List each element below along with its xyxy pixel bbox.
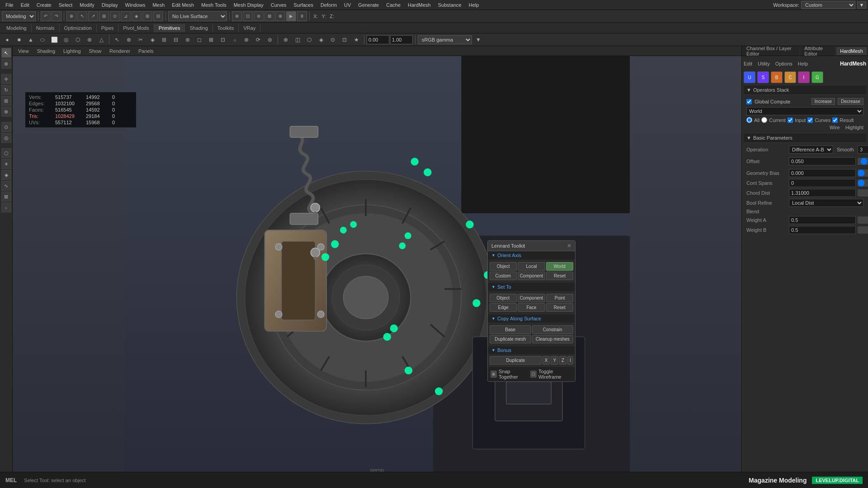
tool3[interactable]: ↗ — [88, 11, 98, 21]
icon-view7[interactable]: ★ — [351, 34, 362, 45]
shelf-tab-shading[interactable]: Shading — [185, 24, 212, 32]
tool5[interactable]: ⊙ — [110, 11, 120, 21]
render2[interactable]: ⏸ — [297, 11, 307, 21]
copy-base-btn[interactable]: Base — [490, 325, 531, 334]
orient-component-btn[interactable]: Component — [518, 272, 546, 280]
icon-tool14[interactable]: ⊜ — [264, 34, 275, 45]
menu-hardmesh[interactable]: HardMesh — [404, 1, 434, 9]
lennard-header[interactable]: Lennard Toolkit ✕ — [488, 241, 575, 251]
icon-sel[interactable]: ↖ — [112, 34, 123, 45]
icon-view5[interactable]: ⊙ — [327, 34, 338, 45]
current-radio[interactable] — [761, 117, 767, 123]
menu-mesh[interactable]: Mesh — [149, 1, 168, 9]
icon-view4[interactable]: ◈ — [316, 34, 326, 45]
icon-tool10[interactable]: ⊡ — [217, 34, 228, 45]
no-live-select[interactable]: No Live Surface — [168, 11, 227, 21]
icon-tool3[interactable]: ✂ — [135, 34, 146, 45]
copy-duplicate-btn[interactable]: Duplicate mesh — [490, 335, 531, 343]
set-to-section[interactable]: ▼ Set To — [488, 283, 575, 291]
weight-a-value[interactable]: 0.5 — [789, 216, 856, 224]
snap4[interactable]: ⊠ — [264, 11, 274, 21]
menu-windows[interactable]: Windows — [122, 1, 149, 9]
vp-tab-show[interactable]: Show — [85, 47, 105, 55]
lt-rotate[interactable]: ↻ — [1, 85, 11, 95]
bool-refine-select[interactable]: Local Dist — [789, 199, 863, 207]
menu-create[interactable]: Create — [33, 1, 55, 9]
icon-tool7[interactable]: ⊛ — [182, 34, 193, 45]
menu-deform[interactable]: Deform — [317, 1, 340, 9]
op-chamfer[interactable]: C — [784, 71, 796, 83]
undo-btn[interactable]: ↶ — [41, 11, 51, 21]
tool6[interactable]: ⊿ — [121, 11, 131, 21]
icon-view6[interactable]: ⊡ — [339, 34, 350, 45]
hm-edit[interactable]: Edit — [744, 61, 752, 66]
icon-tool5[interactable]: ⊞ — [159, 34, 170, 45]
bonus-x-btn[interactable]: X — [542, 356, 550, 365]
tool8[interactable]: ⊞ — [142, 11, 152, 21]
icon-tool8[interactable]: ◻ — [194, 34, 205, 45]
snap-together-item[interactable]: ⊕ Snap Together — [491, 369, 527, 380]
lt-light[interactable]: ☀ — [1, 159, 11, 169]
lt-joint[interactable]: ◈ — [1, 170, 11, 180]
lt-camera[interactable]: ⬡ — [1, 148, 11, 158]
orient-axis-section[interactable]: ▼ Orient Axis — [488, 251, 575, 259]
copy-constrain-btn[interactable]: Constrain — [532, 325, 574, 334]
set-reset-btn[interactable]: Reset — [546, 303, 573, 312]
menu-generate[interactable]: Generate — [354, 1, 382, 9]
geom-bias-slider[interactable] — [858, 169, 868, 177]
menu-substance[interactable]: Substance — [434, 1, 465, 9]
tool1[interactable]: ⊕ — [66, 11, 76, 21]
increase-btn[interactable]: Increase — [811, 98, 835, 105]
set-object-btn[interactable]: Object — [490, 294, 517, 302]
icon-view1[interactable]: ⊕ — [280, 34, 291, 45]
lt-soft[interactable]: ◎ — [1, 133, 11, 143]
set-point-btn[interactable]: Point — [546, 294, 573, 302]
shelf-tab-optimization[interactable]: Optimization — [60, 24, 97, 32]
shelf-tab-normals[interactable]: Normals — [32, 24, 60, 32]
icon-cylinder[interactable]: ⬭ — [37, 34, 48, 45]
weight-a-slider[interactable] — [858, 216, 868, 224]
icon-tool12[interactable]: ⊗ — [241, 34, 252, 45]
op-subtract[interactable]: S — [757, 71, 769, 83]
world-select[interactable]: World — [746, 107, 863, 115]
icon-tool11[interactable]: ⬦ — [229, 34, 240, 45]
lt-paint[interactable]: ⊕ — [1, 59, 11, 69]
geom-bias-value[interactable]: 0.000 — [789, 169, 856, 177]
icon-tool2[interactable]: ⊕ — [123, 34, 134, 45]
set-component-btn[interactable]: Component — [518, 294, 546, 302]
offset-input[interactable]: 0.00 — [367, 35, 389, 44]
tool4[interactable]: ⊞ — [99, 11, 109, 21]
shelf-tab-vray[interactable]: VRay — [239, 24, 260, 32]
mode-select[interactable]: Modeling — [2, 11, 36, 21]
menu-edit-mesh[interactable]: Edit Mesh — [168, 1, 198, 9]
menu-file[interactable]: File — [2, 1, 17, 9]
icon-tool13[interactable]: ⟳ — [253, 34, 264, 45]
curves-checkbox[interactable] — [807, 117, 813, 123]
shelf-tab-toolkits[interactable]: Toolkits — [213, 24, 239, 32]
icon-shape[interactable]: ⬡ — [72, 34, 83, 45]
lt-surface[interactable]: ⊠ — [1, 192, 11, 202]
render1[interactable]: ▶ — [286, 11, 296, 21]
lt-scale[interactable]: ⊞ — [1, 96, 11, 106]
menu-mesh-display[interactable]: Mesh Display — [230, 1, 267, 9]
op-intersect[interactable]: I — [798, 71, 810, 83]
menu-select[interactable]: Select — [55, 1, 76, 9]
lt-snap[interactable]: ⊙ — [1, 122, 11, 132]
op-boolean[interactable]: B — [771, 71, 783, 83]
gamma-select[interactable]: sRGB gamma — [418, 35, 472, 44]
op-union[interactable]: U — [744, 71, 755, 83]
copy-along-section[interactable]: ▼ Copy Along Surface — [488, 314, 575, 323]
vp-tab-shading[interactable]: Shading — [33, 47, 59, 55]
menu-help[interactable]: Help — [465, 1, 483, 9]
lt-select[interactable]: ↖ — [1, 48, 11, 58]
lt-move[interactable]: ✛ — [1, 74, 11, 84]
orient-reset-btn[interactable]: Reset — [546, 272, 573, 280]
icon-pipe[interactable]: ⊕ — [84, 34, 95, 45]
snap5[interactable]: ⊕ — [275, 11, 285, 21]
vp-tab-panels[interactable]: Panels — [135, 47, 157, 55]
result-checkbox[interactable] — [832, 117, 838, 123]
icon-plane[interactable]: ⬜ — [49, 34, 60, 45]
icon-view3[interactable]: ⬡ — [304, 34, 315, 45]
icon-view2[interactable]: ◫ — [292, 34, 303, 45]
global-compute-checkbox[interactable] — [746, 99, 752, 104]
